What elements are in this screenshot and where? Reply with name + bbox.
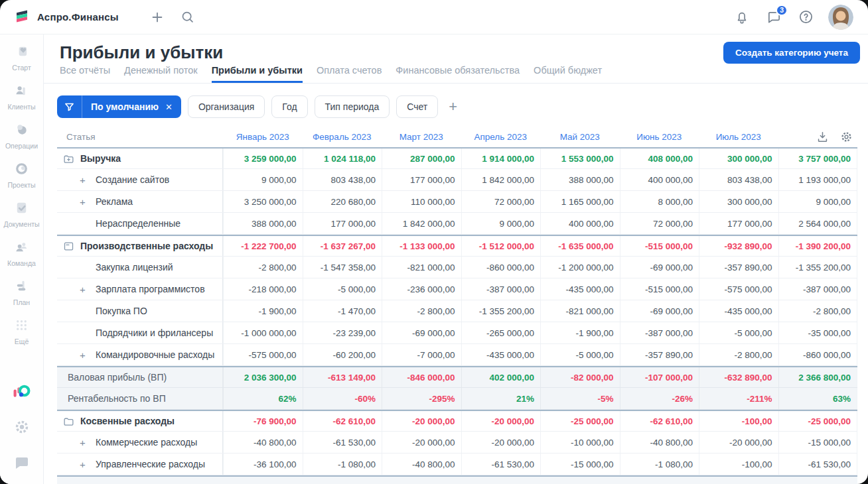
cell-value[interactable]: -435 000,00 — [540, 278, 620, 300]
active-filter-pill[interactable]: По умолчанию ✕ — [57, 95, 181, 118]
cell-value[interactable]: -60% — [303, 388, 382, 409]
cell-value[interactable]: -15 000,00 — [778, 432, 858, 453]
cell-value[interactable]: 3 757 000,00 — [778, 149, 858, 168]
table-row[interactable]: Валовая прибыль (ВП)2 036 300,00-613 149… — [57, 366, 857, 388]
cell-value[interactable]: -846 000,00 — [382, 367, 461, 387]
cell-value[interactable]: -62 610,00 — [620, 411, 699, 431]
cell-value[interactable]: 3 250 000,00 — [223, 191, 303, 212]
cell-value[interactable]: -295% — [382, 388, 461, 409]
download-icon[interactable] — [814, 128, 831, 145]
cell-value[interactable]: 72 000,00 — [620, 213, 699, 234]
cell-value[interactable]: 220 680,00 — [303, 191, 382, 212]
folder-icon[interactable] — [62, 415, 74, 427]
cell-value[interactable]: 110 000,00 — [382, 191, 461, 212]
cell-value[interactable]: 177 000,00 — [303, 213, 382, 234]
table-row[interactable]: +Создание сайтов9 000,00803 438,00177 00… — [57, 169, 857, 191]
cell-value[interactable]: -60 200,00 — [303, 344, 382, 365]
cell-value[interactable]: 1 165 000,00 — [540, 191, 620, 212]
cell-value[interactable]: 402 000,00 — [461, 367, 541, 387]
cell-value[interactable]: -40 800,00 — [382, 454, 461, 475]
tab-report[interactable]: Денежный поток — [124, 65, 198, 83]
cell-value[interactable]: -69 000,00 — [620, 300, 699, 322]
cell-value[interactable]: -20 000,00 — [461, 432, 541, 453]
tab-report[interactable]: Финансовые обязательства — [396, 65, 520, 83]
cell-value[interactable]: -1 355 200,00 — [461, 300, 541, 322]
cell-value[interactable]: 2 564 000,00 — [778, 213, 858, 234]
table-row[interactable]: +Реклама3 250 000,00220 680,00110 000,00… — [57, 191, 857, 213]
cell-value[interactable]: -860 000,00 — [461, 257, 541, 278]
filter-chip[interactable]: Организация — [188, 95, 265, 118]
cell-value[interactable]: -1 222 700,00 — [223, 236, 303, 256]
help-icon[interactable] — [796, 8, 815, 27]
cell-value[interactable]: -2 800,00 — [382, 300, 461, 322]
tab-active[interactable]: Прибыли и убытки — [212, 65, 303, 83]
tab-report[interactable]: Все отчёты — [60, 65, 110, 83]
cell-value[interactable]: -10 000,00 — [540, 432, 620, 453]
expand-plus-icon[interactable]: + — [80, 437, 96, 448]
sidebar-item-projects[interactable]: Проекты — [3, 161, 39, 189]
sidebar-item-documents[interactable]: Документы — [3, 200, 39, 228]
cell-value[interactable]: -1 355 200,00 — [778, 257, 858, 278]
cell-value[interactable]: -387 000,00 — [620, 322, 699, 343]
table-row[interactable]: +Управленческие расходы-36 100,00-1 080,… — [57, 454, 857, 475]
cell-value[interactable]: -435 000,00 — [699, 300, 778, 322]
expand-plus-icon[interactable]: + — [80, 349, 96, 361]
cell-value[interactable]: 1 193 000,00 — [778, 169, 858, 190]
filter-chip[interactable]: Год — [271, 95, 307, 118]
cell-value[interactable]: 388 000,00 — [540, 169, 620, 190]
expand-plus-icon[interactable]: + — [80, 174, 96, 186]
table-row[interactable]: Косвенные расходы-76 900,00-62 610,00-20… — [57, 410, 857, 432]
tab-report[interactable]: Общий бюджет — [534, 65, 602, 83]
cell-value[interactable]: -40 800,00 — [620, 432, 699, 453]
cell-value[interactable]: -35 000,00 — [778, 322, 858, 343]
cell-value[interactable]: -20 000,00 — [699, 432, 778, 453]
cell-value[interactable]: 2 366 800,00 — [778, 367, 858, 387]
expand-plus-icon[interactable]: + — [80, 284, 96, 295]
cell-value[interactable]: 63% — [778, 388, 858, 409]
cell-value[interactable]: -7 000,00 — [382, 344, 461, 365]
cell-value[interactable]: 803 438,00 — [303, 169, 382, 190]
cell-value[interactable]: -211% — [699, 388, 778, 409]
cell-value[interactable]: 9 000,00 — [778, 191, 858, 212]
cell-value[interactable]: 9 000,00 — [461, 213, 541, 234]
cell-value[interactable]: 9 000,00 — [223, 169, 303, 190]
user-avatar[interactable] — [828, 5, 853, 30]
cell-value[interactable]: -107 000,00 — [620, 367, 699, 387]
table-row[interactable]: +Командировочные расходы-575 000,00-60 2… — [57, 344, 857, 366]
cell-value[interactable]: -821 000,00 — [382, 257, 461, 278]
cell-value[interactable]: -575 000,00 — [223, 344, 303, 365]
cell-value[interactable]: -5 000,00 — [540, 344, 620, 365]
settings-gear-icon[interactable] — [13, 418, 31, 436]
cell-value[interactable]: -821 000,00 — [540, 300, 620, 322]
cell-value[interactable]: -1 547 358,00 — [303, 257, 382, 278]
cell-value[interactable]: -387 000,00 — [778, 278, 858, 300]
cell-value[interactable]: -20 000,00 — [382, 411, 461, 431]
cell-value[interactable]: 8 000,00 — [620, 191, 699, 212]
cell-value[interactable]: 300 000,00 — [699, 149, 778, 168]
add-button[interactable] — [147, 7, 168, 28]
table-settings-gear-icon[interactable] — [837, 128, 855, 145]
cell-value[interactable]: -100,00 — [699, 411, 778, 431]
cell-value[interactable]: -69 000,00 — [620, 257, 699, 278]
cell-value[interactable]: 803 438,00 — [699, 169, 778, 190]
cell-value[interactable]: -2 800,00 — [223, 257, 303, 278]
expand-plus-icon[interactable]: + — [80, 459, 96, 470]
cell-value[interactable]: -2 800,00 — [778, 300, 858, 322]
cell-value[interactable]: -76 900,00 — [223, 411, 303, 431]
sidebar-item-plan[interactable]: План — [3, 278, 39, 306]
notifications-bell-icon[interactable] — [733, 8, 751, 27]
cell-value[interactable]: 2 036 300,00 — [223, 367, 303, 387]
cell-value[interactable]: -5% — [540, 388, 620, 409]
table-row[interactable]: Выручка3 259 000,001 024 118,00287 000,0… — [57, 147, 857, 169]
cell-value[interactable]: 287 000,00 — [382, 149, 461, 168]
cell-value[interactable]: 177 000,00 — [699, 213, 778, 234]
cell-value[interactable]: -613 149,00 — [303, 367, 382, 387]
cell-value[interactable]: -1 080,00 — [620, 454, 699, 475]
cell-value[interactable]: -515 000,00 — [620, 278, 699, 300]
table-row[interactable]: Нераспределенные388 000,00177 000,001 84… — [57, 213, 857, 235]
cell-value[interactable]: -1 637 267,00 — [303, 236, 382, 256]
cell-value[interactable]: -2 800,00 — [699, 344, 778, 365]
cell-value[interactable]: -62 610,00 — [303, 411, 382, 431]
cell-value[interactable]: 1 842 000,00 — [461, 169, 541, 190]
filter-funnel-icon[interactable] — [57, 95, 82, 118]
